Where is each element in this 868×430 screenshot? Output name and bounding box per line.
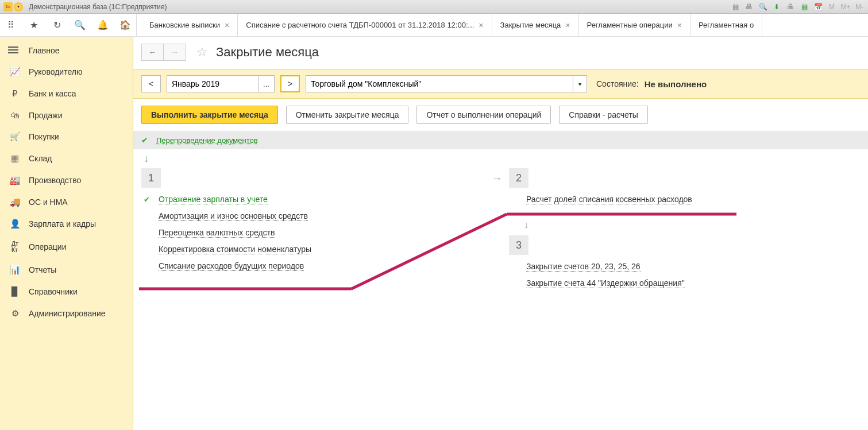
reprovision-row: ✔ Перепроведение документов — [133, 131, 868, 149]
report-button[interactable]: Отчет о выполнении операций — [416, 106, 551, 124]
truck-icon: 🚚 — [8, 197, 22, 207]
op-revaluation[interactable]: Переоценка валютных средств — [159, 228, 486, 238]
arrow-right-icon: → — [492, 173, 502, 185]
sidebar-item-label: ОС и НМА — [29, 197, 68, 207]
next-period-button[interactable]: > — [280, 75, 300, 92]
tab-label: Банковские выписки — [149, 21, 220, 29]
sidebar-item-main[interactable]: Главное — [0, 40, 133, 61]
dtkt-icon: ДтКт — [8, 241, 22, 253]
close-icon[interactable]: × — [677, 21, 682, 30]
tab-writeoff[interactable]: Списание с расчетного счета ТДБП-000001 … — [238, 14, 492, 36]
m-icon[interactable]: M — [827, 2, 837, 11]
bell-icon[interactable]: 🔔 — [97, 19, 109, 32]
stage-2-3-column: 2 Расчет долей списания косвенных расход… — [509, 168, 854, 295]
page-title: Закрытие месяца — [216, 45, 319, 60]
tab-label: Списание с расчетного счета ТДБП-000001 … — [246, 21, 474, 29]
sidebar-item-label: Руководителю — [29, 67, 82, 76]
sidebar-item-sales[interactable]: 🛍Продажи — [0, 104, 133, 126]
titlebar: 1c ▾ Демонстрационная база (1С:Предприят… — [0, 0, 868, 14]
download-icon[interactable]: ⬇ — [771, 2, 782, 11]
apps-icon[interactable]: ⠿ — [5, 19, 17, 32]
calendar-icon[interactable]: 📅 — [813, 2, 823, 11]
titlebar-right-icons: ▦ 🖶 🔍 ⬇ 🖶 ▦ 📅 M M+ M- — [730, 2, 865, 11]
sidebar-item-catalogs[interactable]: ▉Справочники — [0, 281, 133, 303]
stage-3-number: 3 — [509, 235, 528, 255]
content-area: ← → ☆ Закрытие месяца < ... > ▾ Состояни… — [133, 37, 868, 430]
sidebar-item-assets[interactable]: 🚚ОС и НМА — [0, 191, 133, 213]
sidebar-item-manager[interactable]: 📈Руководителю — [0, 61, 133, 83]
sidebar-item-warehouse[interactable]: ▦Склад — [0, 148, 133, 169]
forward-button[interactable]: → — [164, 44, 186, 60]
sidebar-item-admin[interactable]: ⚙Администрирование — [0, 303, 133, 324]
sidebar-item-label: Администрирование — [29, 309, 106, 318]
cancel-close-button[interactable]: Отменить закрытие месяца — [286, 106, 409, 124]
stage-1-column: 1 ✔Отражение зарплаты в учете Амортизаци… — [141, 168, 486, 295]
sidebar-item-purchases[interactable]: 🛒Покупки — [0, 126, 133, 148]
op-link-label: Закрытие счета 44 "Издержки обращения" — [526, 278, 685, 288]
state-label: Состояние: — [596, 79, 639, 88]
op-salary[interactable]: ✔Отражение зарплаты в учете — [159, 195, 486, 204]
arrow-down-icon: ↓ — [524, 220, 528, 230]
op-deferred-expenses[interactable]: Списание расходов будущих периодов — [159, 261, 486, 271]
period-input[interactable] — [167, 75, 259, 92]
sidebar-item-reports[interactable]: 📊Отчеты — [0, 259, 133, 281]
m-minus-icon[interactable]: M- — [854, 2, 865, 11]
search-icon[interactable]: 🔍 — [74, 19, 86, 32]
tabs-container: Банковские выписки× Списание с расчетног… — [141, 14, 762, 36]
op-cost-correction[interactable]: Корректировка стоимости номенклатуры — [159, 245, 486, 254]
sidebar-item-bank[interactable]: ₽Банк и касса — [0, 83, 133, 104]
close-icon[interactable]: × — [565, 21, 570, 30]
back-button[interactable]: ← — [142, 44, 164, 60]
save-icon[interactable]: ▦ — [730, 2, 740, 11]
nav-arrows: ← → — [141, 44, 186, 61]
op-depreciation[interactable]: Амортизация и износ основных средств — [159, 211, 486, 221]
app-menu-dropdown-icon[interactable]: ▾ — [14, 2, 23, 11]
gear-icon: ⚙ — [8, 308, 22, 319]
period-picker-button[interactable]: ... — [259, 75, 275, 92]
stage-2-number: 2 — [509, 168, 528, 188]
op-indirect-shares[interactable]: Расчет долей списания косвенных расходов — [526, 195, 854, 204]
sidebar-item-label: Справочники — [29, 287, 78, 296]
book-icon: ▉ — [8, 286, 22, 297]
print-icon[interactable]: 🖶 — [744, 2, 754, 11]
sidebar-item-label: Главное — [29, 46, 60, 55]
home-tab[interactable]: 🏠 — [114, 14, 137, 36]
op-link-label: Расчет долей списания косвенных расходов — [526, 195, 692, 204]
bag-icon: 🛍 — [8, 110, 22, 120]
favorite-star-icon[interactable]: ☆ — [196, 45, 208, 60]
bars-icon: 📊 — [8, 265, 22, 275]
star-icon[interactable]: ★ — [28, 19, 40, 32]
prev-period-button[interactable]: < — [141, 75, 161, 92]
tab-month-close[interactable]: Закрытие месяца× — [492, 14, 579, 36]
tab-reg-ops[interactable]: Регламентные операции× — [579, 14, 690, 36]
run-close-button[interactable]: Выполнить закрытие месяца — [141, 106, 278, 124]
calc-icon[interactable]: ▦ — [799, 2, 809, 11]
sidebar-item-payroll[interactable]: 👤Зарплата и кадры — [0, 213, 133, 235]
arrow-down-icon: ↓ — [133, 149, 868, 168]
tab-reg-op-partial[interactable]: Регламентная о — [690, 14, 762, 36]
close-icon[interactable]: × — [479, 21, 483, 30]
reprovision-link[interactable]: Перепроведение документов — [156, 136, 258, 145]
sidebar-item-production[interactable]: 🏭Производство — [0, 169, 133, 191]
person-icon: 👤 — [8, 219, 22, 229]
op-link-label: Отражение зарплаты в учете — [159, 195, 268, 204]
state-value: Не выполнено — [645, 79, 707, 89]
top-toolbar: ⠿ ★ ↻ 🔍 🔔 🏠 Банковские выписки× Списание… — [0, 14, 868, 37]
close-icon[interactable]: × — [225, 21, 229, 30]
org-dropdown-button[interactable]: ▾ — [573, 75, 587, 92]
boxes-icon: ▦ — [8, 153, 22, 164]
tab-bank-statements[interactable]: Банковские выписки× — [141, 14, 238, 36]
org-input[interactable] — [306, 75, 573, 92]
sidebar-item-label: Зарплата и кадры — [29, 219, 96, 228]
sidebar-item-label: Склад — [29, 154, 52, 163]
sidebar: Главное 📈Руководителю ₽Банк и касса 🛍Про… — [0, 37, 133, 430]
m-plus-icon[interactable]: M+ — [840, 2, 851, 11]
sidebar-item-label: Производство — [29, 176, 81, 185]
op-close-44[interactable]: Закрытие счета 44 "Издержки обращения" — [526, 278, 854, 288]
history-icon[interactable]: ↻ — [51, 19, 63, 32]
sidebar-item-operations[interactable]: ДтКтОперации — [0, 235, 133, 259]
print2-icon[interactable]: 🖶 — [785, 2, 796, 11]
op-close-20-23-25-26[interactable]: Закрытие счетов 20, 23, 25, 26 — [526, 262, 854, 272]
preview-icon[interactable]: 🔍 — [758, 2, 768, 11]
references-button[interactable]: Справки - расчеты — [559, 106, 648, 124]
